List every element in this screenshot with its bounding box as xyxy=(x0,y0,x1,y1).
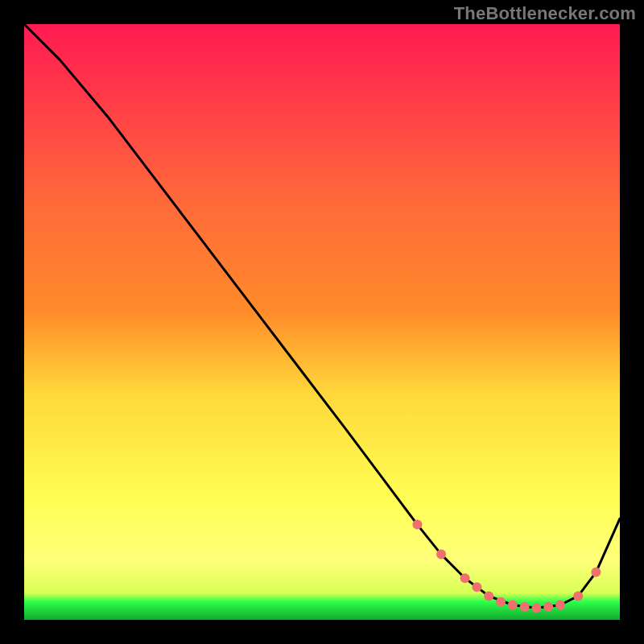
attribution-label: TheBottlenecker.com xyxy=(454,3,636,24)
curve-marker xyxy=(460,573,470,583)
curve-marker xyxy=(520,602,530,612)
curve-marker xyxy=(555,601,565,610)
curve-marker xyxy=(508,601,518,610)
curve-marker xyxy=(543,602,553,612)
curve-marker xyxy=(484,591,493,601)
curve-marker xyxy=(591,568,601,577)
chart-background xyxy=(24,24,620,620)
curve-marker xyxy=(436,550,446,559)
curve-marker xyxy=(472,582,481,592)
curve-marker xyxy=(573,591,583,601)
chart-svg xyxy=(24,24,620,620)
curve-marker xyxy=(531,603,541,613)
chart-stage: TheBottlenecker.com xyxy=(0,0,644,644)
curve-marker xyxy=(412,520,422,530)
chart-plot-area xyxy=(24,24,620,620)
curve-marker xyxy=(496,597,506,607)
